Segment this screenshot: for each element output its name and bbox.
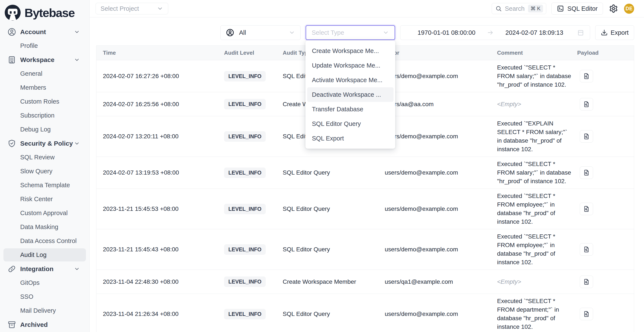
download-icon [601, 29, 608, 36]
chevron-down-icon [74, 57, 80, 63]
date-from[interactable]: 1970-01-01 08:00:00 [406, 29, 487, 36]
menu-item-sql-export[interactable]: SQL Export [307, 131, 394, 146]
file-search-icon [583, 278, 590, 285]
sidebar-item-custom-approval[interactable]: Custom Approval [0, 206, 89, 220]
payload-view-button[interactable] [580, 166, 593, 179]
date-to[interactable]: 2024-02-07 18:09:13 [494, 29, 575, 36]
audit-level-badge: LEVEL_INFO [224, 276, 266, 287]
shield-check-icon [7, 139, 16, 148]
brand-name: Bytebase [24, 6, 74, 20]
sidebar-item-sql-review[interactable]: SQL Review [0, 150, 89, 164]
file-search-icon [583, 246, 590, 253]
sidebar-item-gitops[interactable]: GitOps [0, 276, 89, 290]
project-select[interactable]: Select Project [96, 3, 168, 14]
sidebar-item-custom-roles[interactable]: Custom Roles [0, 95, 89, 109]
payload-view-button[interactable] [580, 98, 593, 110]
avatar[interactable]: DE [624, 4, 634, 14]
terminal-icon [557, 5, 564, 12]
sidebar-item-audit-log[interactable]: Audit Log [4, 248, 86, 261]
archive-icon [7, 320, 16, 329]
chevron-down-icon [74, 266, 80, 272]
chevron-down-icon [74, 29, 80, 35]
sidebar-item-debug-log[interactable]: Debug Log [0, 123, 89, 136]
file-search-icon [583, 169, 590, 176]
sidebar-item-profile[interactable]: Profile [0, 39, 89, 53]
sidebar-item-risk-center[interactable]: Risk Center [0, 192, 89, 206]
link-icon [7, 264, 16, 273]
sidebar-section-archived[interactable]: Archived [0, 318, 89, 332]
sidebar-item-members[interactable]: Members [0, 81, 89, 95]
file-search-icon [583, 73, 590, 80]
chevron-down-icon [74, 141, 80, 147]
sidebar-item-sso[interactable]: SSO [0, 290, 89, 304]
search-icon [495, 5, 502, 12]
audit-level-badge: LEVEL_INFO [224, 204, 266, 214]
topbar: Select Project Search ⌘ K SQL Editor DE [90, 0, 644, 17]
bytebase-app: Bytebase Account Profile Workspace Gener… [0, 0, 644, 332]
arrow-right-icon [487, 29, 494, 36]
filter-bar: All Select Type 1970-01-01 08:00:00 2024… [90, 25, 644, 40]
sidebar-item-general[interactable]: General [0, 67, 89, 81]
sidebar-item-subscription[interactable]: Subscription [0, 109, 89, 123]
table-row: 2024-02-07 13:19:53 +08:00 LEVEL_INFO SQ… [96, 157, 634, 189]
building-icon [7, 55, 16, 64]
table-row: 2023-11-21 15:45:53 +08:00 LEVEL_INFO SQ… [96, 189, 634, 229]
actor-filter-select[interactable]: All [220, 25, 300, 40]
menu-item-transfer-database[interactable]: Transfer Database [307, 102, 394, 117]
sidebar-nav: Account Profile Workspace General Member… [0, 24, 89, 332]
chevron-down-icon [157, 5, 163, 12]
chevron-down-icon [382, 29, 389, 36]
sidebar-item-data-access-control[interactable]: Data Access Control [0, 234, 89, 248]
sidebar-section-account[interactable]: Account [0, 25, 89, 39]
calendar-icon [577, 29, 584, 36]
chevron-down-icon [289, 29, 295, 36]
export-button[interactable]: Export [595, 25, 634, 40]
sidebar: Bytebase Account Profile Workspace Gener… [0, 0, 90, 332]
menu-item-sql-editor-query[interactable]: SQL Editor Query [307, 117, 394, 131]
file-search-icon [583, 205, 590, 212]
audit-level-badge: LEVEL_INFO [224, 244, 266, 255]
sidebar-item-mail-delivery[interactable]: Mail Delivery [0, 304, 89, 318]
date-range-picker[interactable]: 1970-01-01 08:00:00 2024-02-07 18:09:13 [400, 25, 590, 40]
payload-view-button[interactable] [580, 203, 593, 215]
bytebase-logo-icon [4, 4, 21, 21]
sidebar-item-schema-template[interactable]: Schema Template [0, 178, 89, 192]
table-row: 2023-11-21 15:45:43 +08:00 LEVEL_INFO SQ… [96, 229, 634, 270]
user-circle-icon [226, 28, 234, 37]
sql-editor-button[interactable]: SQL Editor [552, 2, 603, 14]
type-filter-dropdown: Create Workspace Me... Update Workspace … [306, 40, 395, 149]
sidebar-section-security-policy[interactable]: Security & Policy [0, 136, 89, 150]
sidebar-section-workspace[interactable]: Workspace [0, 53, 89, 67]
sidebar-item-slow-query[interactable]: Slow Query [0, 164, 89, 178]
table-row: 2023-11-04 22:48:30 +08:00 LEVEL_INFO Cr… [96, 270, 634, 294]
audit-level-badge: LEVEL_INFO [224, 309, 266, 319]
audit-level-badge: LEVEL_INFO [224, 131, 266, 142]
audit-level-badge: LEVEL_INFO [224, 167, 266, 178]
user-circle-icon [7, 27, 16, 36]
sidebar-section-integration[interactable]: Integration [0, 262, 89, 276]
menu-item-update-workspace-member[interactable]: Update Workspace Me... [307, 58, 394, 73]
audit-level-badge: LEVEL_INFO [224, 71, 266, 81]
file-search-icon [583, 133, 590, 140]
table-row: 2023-11-04 21:26:34 +08:00 LEVEL_INFO SQ… [96, 294, 634, 332]
menu-item-create-workspace-member[interactable]: Create Workspace Me... [307, 43, 394, 58]
search-input[interactable]: Search ⌘ K [492, 3, 546, 14]
audit-level-badge: LEVEL_INFO [224, 99, 266, 109]
payload-view-button[interactable] [580, 276, 593, 288]
file-search-icon [583, 311, 590, 318]
sidebar-item-data-masking[interactable]: Data Masking [0, 220, 89, 234]
file-search-icon [583, 101, 590, 108]
menu-item-deactivate-workspace-member[interactable]: Deactivate Workspace ... [307, 87, 394, 102]
payload-view-button[interactable] [580, 243, 593, 256]
gear-icon[interactable] [609, 4, 618, 13]
search-shortcut-badge: ⌘ K [528, 5, 543, 12]
menu-item-activate-workspace-member[interactable]: Activate Workspace Me... [307, 73, 394, 87]
payload-view-button[interactable] [580, 308, 593, 320]
bytebase-logo[interactable]: Bytebase [0, 0, 89, 24]
type-filter-select[interactable]: Select Type [306, 25, 395, 40]
payload-view-button[interactable] [580, 70, 593, 82]
payload-view-button[interactable] [580, 130, 593, 143]
